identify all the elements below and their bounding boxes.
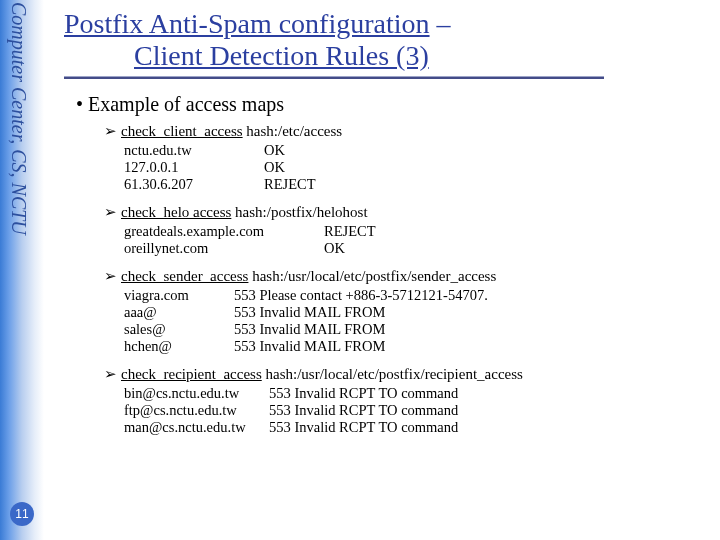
map-key: nctu.edu.tw (124, 142, 264, 159)
map-key: hchen@ (124, 338, 234, 355)
map-value: OK (264, 142, 285, 158)
map-value: 553 Invalid MAIL FROM (234, 321, 385, 337)
map-value: OK (324, 240, 345, 256)
table-row: sales@553 Invalid MAIL FROM (124, 321, 708, 338)
map-value: REJECT (324, 223, 376, 239)
table-row: 127.0.0.1OK (124, 159, 708, 176)
cmd-path: hash:/etc/access (243, 123, 343, 139)
cmd-label: check_client_access (121, 123, 243, 139)
map-value: 553 Please contact +886-3-5712121-54707. (234, 287, 488, 303)
map-key: ftp@cs.nctu.edu.tw (124, 402, 269, 419)
map-value: 553 Invalid MAIL FROM (234, 304, 385, 320)
arrow-icon: ➢ (104, 267, 117, 284)
map-table: greatdeals.example.comREJECT oreillynet.… (124, 223, 708, 257)
map-key: aaa@ (124, 304, 234, 321)
cmd-label: check_sender_access (121, 268, 248, 284)
table-row: ftp@cs.nctu.edu.tw553 Invalid RCPT TO co… (124, 402, 708, 419)
title-underline-rule (64, 76, 604, 79)
section-helo-access: ➢check_helo access hash:/postfix/helohos… (104, 203, 708, 257)
table-row: nctu.edu.twOK (124, 142, 708, 159)
map-value: 553 Invalid RCPT TO command (269, 419, 458, 435)
map-value: OK (264, 159, 285, 175)
sidebar-vertical-label: Computer Center, CS, NCTU (7, 2, 30, 235)
cmd-path: hash:/postfix/helohost (231, 204, 367, 220)
table-row: bin@cs.nctu.edu.tw553 Invalid RCPT TO co… (124, 385, 708, 402)
map-table: bin@cs.nctu.edu.tw553 Invalid RCPT TO co… (124, 385, 708, 436)
table-row: hchen@553 Invalid MAIL FROM (124, 338, 708, 355)
table-row: aaa@553 Invalid MAIL FROM (124, 304, 708, 321)
content-area: Postfix Anti-Spam configuration – Client… (64, 8, 708, 532)
table-row: viagra.com553 Please contact +886-3-5712… (124, 287, 708, 304)
map-key: viagra.com (124, 287, 234, 304)
sidebar-gradient: Computer Center, CS, NCTU 11 (0, 0, 44, 540)
map-key: oreillynet.com (124, 240, 324, 257)
table-row: man@cs.nctu.edu.tw553 Invalid RCPT TO co… (124, 419, 708, 436)
section-sender-access: ➢check_sender_access hash:/usr/local/etc… (104, 267, 708, 355)
map-value: REJECT (264, 176, 316, 192)
map-key: man@cs.nctu.edu.tw (124, 419, 269, 436)
arrow-icon: ➢ (104, 122, 117, 139)
slide-root: Computer Center, CS, NCTU 11 Postfix Ant… (0, 0, 720, 540)
map-key: sales@ (124, 321, 234, 338)
section-recipient-access: ➢check_recipient_access hash:/usr/local/… (104, 365, 708, 436)
table-row: greatdeals.example.comREJECT (124, 223, 708, 240)
arrow-icon: ➢ (104, 203, 117, 220)
map-value: 553 Invalid MAIL FROM (234, 338, 385, 354)
cmd-label: check_helo access (121, 204, 231, 220)
section-client-access: ➢check_client_access hash:/etc/access nc… (104, 122, 708, 193)
table-row: 61.30.6.207REJECT (124, 176, 708, 193)
slide-title: Postfix Anti-Spam configuration – Client… (64, 8, 708, 72)
cmd-path: hash:/usr/local/etc/postfix/recipient_ac… (262, 366, 523, 382)
map-value: 553 Invalid RCPT TO command (269, 385, 458, 401)
table-row: oreillynet.comOK (124, 240, 708, 257)
cmd-path: hash:/usr/local/etc/postfix/sender_acces… (248, 268, 496, 284)
map-value: 553 Invalid RCPT TO command (269, 402, 458, 418)
title-line1-sep: – (430, 8, 451, 39)
page-number-badge: 11 (10, 502, 34, 526)
map-key: bin@cs.nctu.edu.tw (124, 385, 269, 402)
map-key: 61.30.6.207 (124, 176, 264, 193)
map-table: viagra.com553 Please contact +886-3-5712… (124, 287, 708, 355)
bullet-example-heading: Example of access maps (76, 93, 708, 116)
title-line2: Client Detection Rules (3) (64, 40, 429, 71)
map-table: nctu.edu.twOK 127.0.0.1OK 61.30.6.207REJ… (124, 142, 708, 193)
map-key: 127.0.0.1 (124, 159, 264, 176)
title-line1-main: Postfix Anti-Spam configuration (64, 8, 430, 39)
cmd-label: check_recipient_access (121, 366, 262, 382)
arrow-icon: ➢ (104, 365, 117, 382)
map-key: greatdeals.example.com (124, 223, 324, 240)
